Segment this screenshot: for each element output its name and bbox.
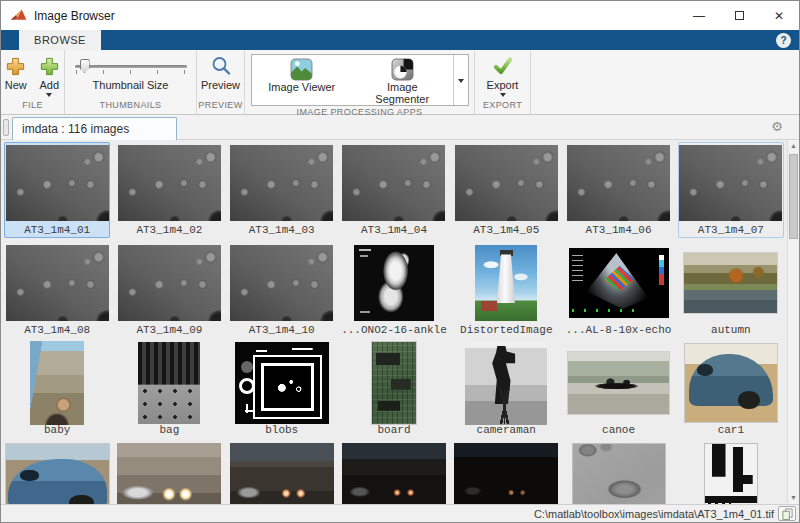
image-cell-AT3_1m4_09[interactable]: AT3_1m4_09 (116, 242, 222, 338)
thumbnail-blobs[interactable] (235, 342, 329, 424)
thumbnail-garage2[interactable] (230, 443, 334, 505)
new-button-label: New (5, 79, 27, 91)
image-cell-cells2[interactable] (565, 442, 671, 504)
thumbnail-bag[interactable] (138, 342, 200, 424)
settings-button[interactable]: ⚙ (771, 119, 783, 135)
thumbnail-label: AT3_1m4_05 (453, 223, 559, 238)
toolstrip-tab-bar: BROWSE ? (1, 30, 799, 50)
thumbnail-AT3_1m4_09[interactable] (118, 245, 221, 321)
image-cell-AT3_1m4_04[interactable]: AT3_1m4_04 (341, 142, 447, 238)
window-minimize-button[interactable]: — (679, 1, 719, 30)
thumbnail-car2[interactable] (5, 443, 110, 505)
section-file-title: FILE (1, 100, 64, 114)
thumbnail-car1[interactable] (684, 343, 778, 423)
add-plus-icon (39, 53, 60, 79)
image-cell-cameraman[interactable]: cameraman (453, 342, 559, 438)
preview-button[interactable]: Preview (199, 53, 243, 91)
image-cell-car2[interactable] (4, 442, 110, 504)
tab-browse[interactable]: BROWSE (19, 30, 101, 50)
image-cell-garage1[interactable] (116, 442, 222, 504)
image-cell-baby[interactable]: baby (4, 342, 110, 438)
image-cell-AT3_1m4_01[interactable]: AT3_1m4_01 (4, 142, 110, 238)
scrollbar-thumb[interactable] (789, 154, 798, 239)
help-button[interactable]: ? (776, 33, 791, 48)
image-cell-AT3_1m4_03[interactable]: AT3_1m4_03 (229, 142, 335, 238)
thumbnail-label: DistortedImage (453, 323, 559, 338)
thumbnail-cells2[interactable] (572, 443, 666, 505)
thumbnail-canoe[interactable] (567, 351, 670, 415)
add-button[interactable]: Add (35, 53, 65, 97)
image-cell-board[interactable]: board (341, 342, 447, 438)
thumbnail-area: AT3_1m4_01AT3_1m4_02AT3_1m4_03AT3_1m4_04… (1, 140, 799, 504)
image-cell-car1[interactable]: car1 (678, 342, 784, 438)
preview-button-label: Preview (201, 79, 240, 91)
vertical-scrollbar[interactable]: ▲ ▼ (787, 140, 799, 504)
thumbnail-DistortedImage[interactable] (475, 245, 537, 321)
image-segmenter-button[interactable]: Image Segmenter (352, 55, 453, 105)
image-cell-...ONO2-16-ankle[interactable]: ...ONO2-16-ankle (341, 242, 447, 338)
thumbnail-board[interactable] (371, 341, 417, 425)
image-segmenter-icon (391, 58, 414, 81)
thumbnail-AT3_1m4_05[interactable] (455, 145, 558, 221)
thumbnail-...ONO2-16-ankle[interactable] (354, 245, 434, 321)
apps-gallery-dropdown[interactable] (453, 55, 468, 105)
thumbnail-label: AT3_1m4_09 (116, 323, 222, 338)
image-cell-DistortedImage[interactable]: DistortedImage (453, 242, 559, 338)
minimize-icon: — (693, 9, 705, 23)
image-browser-window: Image Browser — ✕ BROWSE ? (0, 0, 800, 523)
image-cell-blobs[interactable]: blobs (229, 342, 335, 438)
thumbnail-AT3_1m4_04[interactable] (342, 145, 445, 221)
thumbnail-label: ...AL-8-10x-echo (565, 323, 671, 338)
scroll-up-icon[interactable]: ▲ (788, 140, 799, 152)
thumbnail-label: baby (4, 423, 110, 438)
thumbnail-AT3_1m4_03[interactable] (230, 145, 333, 221)
thumbnail-label: car1 (678, 423, 784, 438)
thumbnail-label: bag (116, 423, 222, 438)
thumbnail-circuitbw[interactable] (704, 443, 758, 505)
scroll-down-icon[interactable]: ▼ (788, 492, 799, 504)
image-cell-bag[interactable]: bag (116, 342, 222, 438)
image-cell-circuitbw[interactable] (678, 442, 784, 504)
section-thumbnails: Thumbnail Size THUMBNAILS (65, 50, 197, 114)
window-maximize-button[interactable] (719, 1, 759, 30)
thumb-zone (453, 442, 559, 504)
thumbnail-autumn[interactable] (683, 252, 778, 314)
export-button[interactable]: Export (483, 53, 523, 97)
thumbnail-AT3_1m4_02[interactable] (118, 145, 221, 221)
image-cell-AT3_1m4_05[interactable]: AT3_1m4_05 (453, 142, 559, 238)
image-cell-garage3[interactable] (341, 442, 447, 504)
thumbnail-size-slider[interactable] (75, 59, 187, 75)
image-cell-AT3_1m4_07[interactable]: AT3_1m4_07 (678, 142, 784, 238)
thumbnail-AT3_1m4_01[interactable] (6, 145, 109, 221)
image-cell-AT3_1m4_08[interactable]: AT3_1m4_08 (4, 242, 110, 338)
copy-path-button[interactable] (778, 506, 796, 521)
image-cell-garage2[interactable] (229, 442, 335, 504)
thumbnail-AT3_1m4_10[interactable] (230, 245, 333, 321)
section-export-title: EXPORT (475, 100, 530, 114)
add-dropdown-icon (46, 93, 52, 97)
thumbnail-garage3[interactable] (342, 443, 446, 505)
image-cell-AT3_1m4_10[interactable]: AT3_1m4_10 (229, 242, 335, 338)
image-cell-AT3_1m4_06[interactable]: AT3_1m4_06 (565, 142, 671, 238)
thumbnail-garage1[interactable] (117, 443, 221, 505)
thumbnail-baby[interactable] (30, 341, 84, 425)
thumbnail-cameraman[interactable] (465, 341, 547, 425)
image-cell-...AL-8-10x-echo[interactable]: ...AL-8-10x-echo (565, 242, 671, 338)
image-cell-garage4[interactable] (453, 442, 559, 504)
splitter-grip[interactable] (3, 119, 9, 136)
thumbnail-AT3_1m4_07[interactable] (679, 145, 782, 221)
thumbnail-AT3_1m4_08[interactable] (6, 245, 109, 321)
image-cell-AT3_1m4_02[interactable]: AT3_1m4_02 (116, 142, 222, 238)
thumb-zone (116, 342, 222, 423)
window-close-button[interactable]: ✕ (759, 1, 799, 30)
image-cell-canoe[interactable]: canoe (565, 342, 671, 438)
thumbnail-garage4[interactable] (454, 443, 558, 505)
new-button[interactable]: New (1, 53, 31, 91)
thumbnail-AT3_1m4_06[interactable] (567, 145, 670, 221)
export-button-label: Export (487, 79, 519, 91)
collection-tab[interactable]: imdata : 116 images (12, 117, 177, 140)
thumbnail-...AL-8-10x-echo[interactable] (569, 248, 669, 318)
image-viewer-button[interactable]: Image Viewer (252, 55, 353, 105)
thumbnail-label: autumn (678, 323, 784, 338)
image-cell-autumn[interactable]: autumn (678, 242, 784, 338)
